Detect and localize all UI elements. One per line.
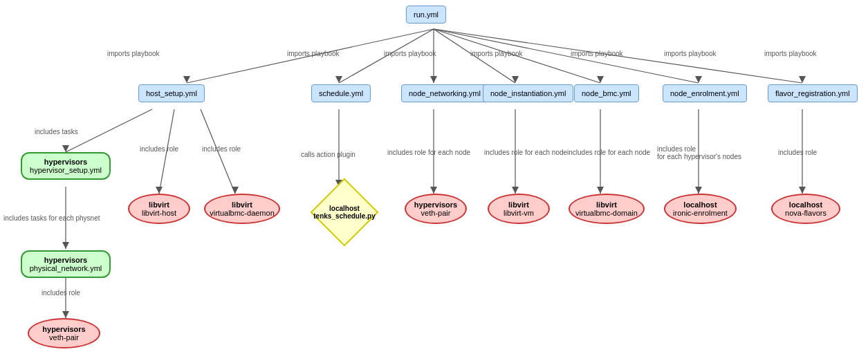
svg-marker-1 <box>183 76 190 83</box>
label-includes-role-flavor: includes role <box>778 149 817 156</box>
svg-marker-33 <box>695 187 702 194</box>
label-includes-role-bmc: includes role for each node <box>567 149 650 156</box>
svg-marker-29 <box>512 187 519 194</box>
localhost-nova-sub: nova-flavors <box>785 209 827 217</box>
hypervisors-physnet-box: hypervisors physical_network.yml <box>21 250 111 278</box>
label-includes-role-enrolment: includes rolefor each hypervisor's nodes <box>657 145 741 160</box>
svg-marker-15 <box>62 145 69 152</box>
svg-marker-9 <box>597 76 604 83</box>
svg-marker-23 <box>62 311 69 318</box>
node-libvirt-virtualbmc: libvirt virtualbmc-daemon <box>204 194 280 224</box>
label-imports-schedule: imports playbook <box>287 50 340 57</box>
label-includes-role-virtualbmc: includes role <box>202 145 241 153</box>
instantiation-box: node_instantiation.yml <box>483 84 573 102</box>
libvirt-vm-ellipse: libvirt libvirt-vm <box>488 194 550 224</box>
run-yml-box: run.yml <box>406 6 446 24</box>
flavor-box: flavor_registration.yml <box>768 84 858 102</box>
hypervisors-veth-ellipse: hypervisors veth-pair <box>28 318 100 348</box>
libvirt-vm-title: libvirt <box>508 201 529 209</box>
svg-marker-5 <box>430 76 437 83</box>
hypervisors-vethpair-ellipse: hypervisors veth-pair <box>405 194 467 224</box>
hypervisors-setup-sub: hypervisor_setup.yml <box>30 166 102 174</box>
libvirt-virtualbmc-sub: virtualbmc-daemon <box>210 209 275 217</box>
svg-marker-35 <box>799 187 806 194</box>
hypervisors-veth-title: hypervisors <box>42 325 85 333</box>
localhost-nova-ellipse: localhost nova-flavors <box>771 194 840 224</box>
node-libvirt-vmcdomain: libvirt virtualbmc-domain <box>569 194 645 224</box>
label-includes-tasks: includes tasks <box>35 128 78 136</box>
node-networking: node_networking.yml <box>401 84 488 102</box>
node-libvirt-host: libvirt libvirt-host <box>128 194 190 224</box>
label-includes-role-libvirt-host: includes role <box>140 145 178 153</box>
node-libvirt-vm: libvirt libvirt-vm <box>488 194 550 224</box>
run-yml-label: run.yml <box>414 10 438 19</box>
node-hypervisors-vethpair: hypervisors veth-pair <box>405 194 467 224</box>
tenks-diamond-container: localhost tenks_schedule.py <box>313 188 376 236</box>
svg-marker-27 <box>430 187 437 194</box>
label-imports-enrolment: imports playbook <box>664 50 717 57</box>
libvirt-vm-sub: libvirt-vm <box>504 209 534 217</box>
node-enrolment: node_enrolment.yml <box>663 84 747 102</box>
node-bmc: node_bmc.yml <box>574 84 639 102</box>
diagram: run.yml imports playbook imports playboo… <box>0 0 868 354</box>
flavor-label: flavor_registration.yml <box>775 89 850 97</box>
host-setup-box: host_setup.yml <box>138 84 205 102</box>
node-localhost-nova: localhost nova-flavors <box>771 194 840 224</box>
label-includes-role-instantiation: includes role for each node <box>484 149 567 156</box>
node-host-setup: host_setup.yml <box>138 84 205 102</box>
node-hypervisors-veth: hypervisors veth-pair <box>28 318 100 348</box>
svg-marker-11 <box>695 76 702 83</box>
label-includes-role-networking: includes role for each node <box>387 149 470 156</box>
node-flavor: flavor_registration.yml <box>768 84 858 102</box>
host-setup-label: host_setup.yml <box>146 89 197 97</box>
node-schedule: schedule.yml <box>311 84 371 102</box>
tenks-diamond-text: localhost tenks_schedule.py <box>313 188 376 236</box>
svg-marker-3 <box>335 76 342 83</box>
libvirt-host-title: libvirt <box>149 201 169 209</box>
enrolment-box: node_enrolment.yml <box>663 84 747 102</box>
libvirt-virtualbmc-ellipse: libvirt virtualbmc-daemon <box>204 194 280 224</box>
localhost-ironic-sub: ironic-enrolment <box>673 209 728 217</box>
label-imports-instantiation: imports playbook <box>470 50 523 57</box>
hypervisors-physnet-title: hypervisors <box>44 256 87 264</box>
bmc-label: node_bmc.yml <box>582 89 631 97</box>
libvirt-vmcdomain-title: libvirt <box>596 201 617 209</box>
node-localhost-tenks: localhost tenks_schedule.py <box>313 188 376 236</box>
hypervisors-setup-box: hypervisors hypervisor_setup.yml <box>21 152 111 180</box>
localhost-ironic-title: localhost <box>683 201 717 209</box>
bmc-box: node_bmc.yml <box>574 84 639 102</box>
hypervisors-vethpair-sub: veth-pair <box>421 209 451 217</box>
label-includes-tasks-physnet: includes tasks for each physnet <box>3 214 100 222</box>
svg-marker-31 <box>597 187 604 194</box>
node-run-yml: run.yml <box>406 6 446 24</box>
instantiation-label: node_instantiation.yml <box>490 89 566 97</box>
hypervisors-vethpair-title: hypervisors <box>414 201 457 209</box>
networking-label: node_networking.yml <box>409 89 481 97</box>
hypervisors-physnet-sub: physical_network.yml <box>30 264 102 272</box>
node-hypervisors-setup: hypervisors hypervisor_setup.yml <box>21 152 111 180</box>
label-calls-action-plugin: calls action plugin <box>301 151 355 158</box>
label-imports-bmc: imports playbook <box>571 50 623 57</box>
libvirt-virtualbmc-title: libvirt <box>232 201 252 209</box>
libvirt-vmcdomain-ellipse: libvirt virtualbmc-domain <box>569 194 645 224</box>
node-localhost-ironic: localhost ironic-enrolment <box>664 194 737 224</box>
svg-marker-21 <box>62 242 69 249</box>
networking-box: node_networking.yml <box>401 84 488 102</box>
localhost-ironic-ellipse: localhost ironic-enrolment <box>664 194 737 224</box>
label-includes-role-veth: includes role <box>41 289 80 297</box>
hypervisors-veth-sub: veth-pair <box>49 333 79 342</box>
localhost-nova-title: localhost <box>789 201 822 209</box>
label-imports-flavor: imports playbook <box>764 50 817 57</box>
svg-marker-7 <box>512 76 519 83</box>
tenks-title: localhost <box>329 205 360 212</box>
schedule-box: schedule.yml <box>311 84 371 102</box>
libvirt-vmcdomain-sub: virtualbmc-domain <box>575 209 638 217</box>
schedule-label: schedule.yml <box>319 89 363 97</box>
label-imports-host: imports playbook <box>107 50 160 57</box>
tenks-sub: tenks_schedule.py <box>313 212 375 220</box>
enrolment-label: node_enrolment.yml <box>670 89 739 97</box>
node-instantiation: node_instantiation.yml <box>483 84 573 102</box>
svg-marker-19 <box>232 187 239 194</box>
label-imports-networking: imports playbook <box>384 50 436 57</box>
svg-marker-17 <box>156 187 163 194</box>
